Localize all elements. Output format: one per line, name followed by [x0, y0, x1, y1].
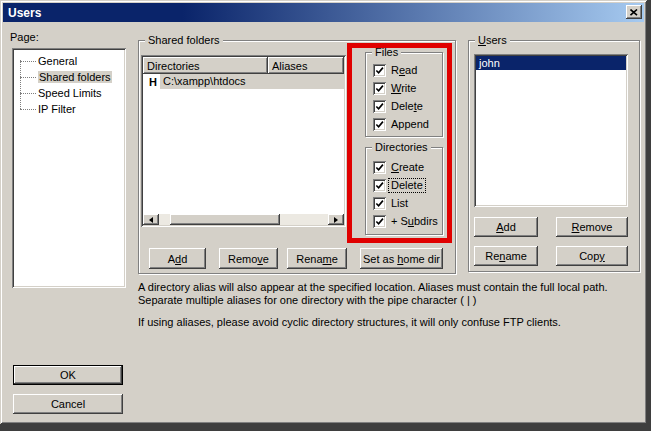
page-label: Page:	[10, 31, 39, 43]
ok-button[interactable]: OK	[13, 365, 123, 385]
set-as-home-dir-button[interactable]: Set as home dir	[360, 248, 443, 269]
copy-user-button[interactable]: Copy	[556, 246, 628, 266]
subdirs-checkbox[interactable]	[373, 215, 386, 228]
check-icon	[375, 181, 384, 190]
delete-files-checkbox[interactable]	[373, 100, 386, 113]
delete-dirs-checkbox[interactable]	[373, 179, 386, 192]
dirs-list-checkbox-row[interactable]: List	[373, 196, 408, 210]
page-tree[interactable]: General Shared folders Speed Limits IP F…	[12, 48, 126, 288]
users-dialog: Users Page: General Shared folders Speed…	[0, 0, 647, 424]
dirs-delete-checkbox-row[interactable]: Delete	[373, 178, 425, 192]
scrollbar-thumb[interactable]	[170, 214, 280, 225]
files-write-checkbox-row[interactable]: Write	[373, 81, 416, 95]
check-icon	[375, 84, 384, 93]
check-icon	[375, 120, 384, 129]
cyclic-note-text: If using aliases, please avoid cyclic di…	[138, 316, 644, 329]
add-user-button[interactable]: Add	[474, 217, 538, 237]
files-append-checkbox-row[interactable]: Append	[373, 117, 429, 131]
close-icon	[630, 6, 638, 18]
listview-header: Directories Aliases	[143, 57, 344, 74]
directory-path: C:\xampp\htdocs	[160, 74, 344, 89]
scroll-right-icon	[334, 217, 338, 223]
alias-note-text: A directory alias will also appear at th…	[138, 281, 644, 307]
check-icon	[375, 66, 384, 75]
rename-folder-button[interactable]: Rename	[287, 248, 347, 269]
remove-user-button[interactable]: Remove	[556, 217, 628, 237]
scroll-left-button[interactable]	[143, 214, 159, 225]
remove-folder-button[interactable]: Remove	[219, 248, 278, 269]
cancel-button[interactable]: Cancel	[13, 394, 123, 414]
horizontal-scrollbar[interactable]	[143, 214, 344, 225]
directory-row[interactable]: H C:\xampp\htdocs	[143, 74, 344, 89]
files-group-label: Files	[372, 46, 401, 59]
sidebar-item-shared-folders[interactable]: Shared folders	[12, 69, 126, 85]
sidebar-item-ip-filter[interactable]: IP Filter	[12, 101, 126, 117]
check-icon	[375, 102, 384, 111]
shared-folders-group-label: Shared folders	[145, 34, 223, 47]
directories-permissions-group: Directories Create Delete List + Subdirs	[365, 147, 443, 235]
home-directory-marker: H	[143, 76, 160, 88]
directories-group-label: Directories	[372, 141, 431, 154]
users-group-label: Users	[475, 34, 510, 47]
scroll-left-icon	[149, 217, 153, 223]
check-icon	[375, 217, 384, 226]
directories-listview[interactable]: Directories Aliases H C:\xampp\htdocs	[141, 55, 346, 227]
users-listbox[interactable]: john	[474, 54, 628, 207]
files-delete-checkbox-row[interactable]: Delete	[373, 99, 423, 113]
dirs-subdirs-checkbox-row[interactable]: + Subdirs	[373, 214, 438, 228]
list-checkbox[interactable]	[373, 197, 386, 210]
append-checkbox[interactable]	[373, 118, 386, 131]
files-read-checkbox-row[interactable]: Read	[373, 63, 417, 77]
rename-user-button[interactable]: Rename	[474, 246, 538, 266]
check-icon	[375, 163, 384, 172]
files-permissions-group: Files Read Write Delete Append	[365, 52, 443, 137]
sidebar-item-general[interactable]: General	[12, 53, 126, 69]
write-checkbox[interactable]	[373, 82, 386, 95]
scroll-right-button[interactable]	[328, 214, 344, 225]
check-icon	[375, 199, 384, 208]
close-button[interactable]	[626, 5, 642, 19]
window-title: Users	[8, 6, 41, 20]
user-list-item[interactable]: john	[476, 56, 626, 70]
titlebar[interactable]: Users	[3, 3, 644, 22]
read-checkbox[interactable]	[373, 64, 386, 77]
column-header-directories[interactable]: Directories	[143, 57, 268, 74]
column-header-aliases[interactable]: Aliases	[268, 57, 344, 74]
create-checkbox[interactable]	[373, 161, 386, 174]
add-folder-button[interactable]: Add	[149, 248, 206, 269]
dirs-create-checkbox-row[interactable]: Create	[373, 160, 424, 174]
sidebar-item-speed-limits[interactable]: Speed Limits	[12, 85, 126, 101]
